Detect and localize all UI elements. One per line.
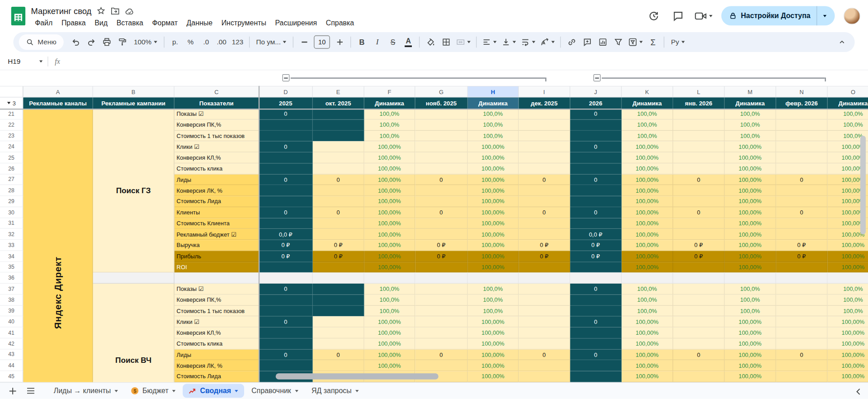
add-sheet-button[interactable] xyxy=(5,384,21,398)
cell-G26[interactable] xyxy=(415,163,467,174)
cell-E34[interactable]: 0 ₽ xyxy=(313,251,364,261)
cell-K41[interactable]: 100,00% xyxy=(622,328,673,338)
cell-G25[interactable] xyxy=(415,152,467,163)
meet-button[interactable] xyxy=(695,11,712,21)
cell-F35[interactable]: 100,00% xyxy=(364,262,415,273)
cell-E39[interactable] xyxy=(313,305,364,316)
cell-K21[interactable]: 100,0% xyxy=(622,109,673,119)
cell-E25[interactable] xyxy=(313,152,364,163)
cell-D34[interactable]: 0 ₽ xyxy=(259,251,313,261)
cell-J25[interactable] xyxy=(570,152,622,163)
cell-M29[interactable]: 100,00% xyxy=(725,196,776,207)
cell-L36[interactable] xyxy=(673,273,725,284)
cell-O33[interactable]: 100,00% xyxy=(828,240,868,251)
cell-L41[interactable] xyxy=(673,328,725,338)
undo-button[interactable] xyxy=(69,34,84,50)
sheet-tab-Справочник[interactable]: Справочник xyxy=(245,384,304,398)
cell-F36[interactable] xyxy=(364,273,415,284)
cell-E32[interactable] xyxy=(313,229,364,240)
decrease-decimals-button[interactable]: .0 xyxy=(198,34,213,50)
cell-C39[interactable]: Стоимость 1 тыс показов xyxy=(175,305,259,316)
cell-J30[interactable]: 0 xyxy=(570,207,622,218)
row-header-32[interactable]: 32 xyxy=(0,229,23,240)
filter-views-button[interactable] xyxy=(626,34,645,50)
zoom-select[interactable]: 100% xyxy=(131,34,160,50)
cell-G38[interactable] xyxy=(415,294,467,305)
cell-D35[interactable] xyxy=(259,262,313,273)
sheet-tab-ЯД запросы[interactable]: ЯД запросы xyxy=(306,384,365,398)
cell-N44[interactable] xyxy=(776,360,828,371)
cell-F23[interactable]: 100,0% xyxy=(364,130,415,141)
cell-K31[interactable]: 100,00% xyxy=(622,218,673,229)
cell-L39[interactable] xyxy=(673,305,725,316)
vertical-align-button[interactable] xyxy=(500,34,519,50)
decrease-font-size-button[interactable] xyxy=(297,34,312,50)
cell-J36[interactable] xyxy=(570,273,622,284)
cell-O41[interactable]: 100,00% xyxy=(828,328,868,338)
cell-E27[interactable]: 0 xyxy=(313,174,364,185)
text-rotation-button[interactable] xyxy=(538,34,557,50)
insert-link-button[interactable] xyxy=(564,34,579,50)
cell-M44[interactable]: 100,00% xyxy=(725,360,776,371)
cell-K38[interactable]: 100,0% xyxy=(622,294,673,305)
header-cell-D3[interactable]: 2025 xyxy=(259,98,313,109)
cell-O38[interactable]: 100,0% xyxy=(828,294,868,305)
cell-J31[interactable] xyxy=(570,218,622,229)
cell-N33[interactable]: 0 ₽ xyxy=(776,240,828,251)
cell-L33[interactable]: 0 ₽ xyxy=(673,240,725,251)
column-header-B[interactable]: B xyxy=(93,86,175,97)
cell-L32[interactable] xyxy=(673,229,725,240)
row-header-36[interactable]: 36 xyxy=(0,273,23,284)
cell-D42[interactable] xyxy=(259,338,313,349)
row-header-30[interactable]: 30 xyxy=(0,207,23,218)
meet-caret-icon[interactable] xyxy=(709,14,712,17)
cell-L30[interactable]: 0 xyxy=(673,207,725,218)
header-cell-B3[interactable]: Рекламные кампании xyxy=(93,98,175,109)
cell-K39[interactable]: 100,0% xyxy=(622,305,673,316)
row-header-27[interactable]: 27 xyxy=(0,174,23,185)
cell-M31[interactable]: 100,00% xyxy=(725,218,776,229)
cell-G24[interactable] xyxy=(415,142,467,152)
cell-F39[interactable]: 100,0% xyxy=(364,305,415,316)
merge-cells-button[interactable] xyxy=(454,34,473,50)
row-group-collapse-icon[interactable] xyxy=(7,102,10,104)
header-cell-N3[interactable]: февр. 2026 xyxy=(776,98,828,109)
cell-C24[interactable]: Клики ☑ xyxy=(175,142,259,152)
name-box[interactable]: H19 xyxy=(0,57,47,65)
italic-button[interactable]: I xyxy=(370,34,385,50)
share-button[interactable]: Настройки Доступа xyxy=(722,6,835,25)
cell-L28[interactable] xyxy=(673,185,725,196)
cell-M21[interactable]: 100,0% xyxy=(725,109,776,119)
cell-E42[interactable] xyxy=(313,338,364,349)
cell-N22[interactable] xyxy=(776,119,828,130)
cell-G23[interactable] xyxy=(415,130,467,141)
cell-F40[interactable]: 100,00% xyxy=(364,316,415,327)
cell-D28[interactable] xyxy=(259,185,313,196)
cell-O22[interactable]: 100,0% xyxy=(828,119,868,130)
cell-J43[interactable]: 0 xyxy=(570,349,622,360)
cell-H37[interactable]: 100,0% xyxy=(468,284,519,294)
cell-D33[interactable]: 0 ₽ xyxy=(259,240,313,251)
cell-D43[interactable]: 0 xyxy=(259,349,313,360)
cell-M38[interactable]: 100,0% xyxy=(725,294,776,305)
cell-N41[interactable] xyxy=(776,328,828,338)
cell-K33[interactable]: 100,00% xyxy=(622,240,673,251)
cell-K42[interactable]: 100,00% xyxy=(622,338,673,349)
cell-M36[interactable] xyxy=(725,273,776,284)
cell-N32[interactable] xyxy=(776,229,828,240)
cell-D31[interactable] xyxy=(259,218,313,229)
cell-F28[interactable]: 100,00% xyxy=(364,185,415,196)
cell-I35[interactable] xyxy=(519,262,570,273)
cell-L21[interactable] xyxy=(673,109,725,119)
cell-I27[interactable]: 0 xyxy=(519,174,570,185)
cell-N38[interactable] xyxy=(776,294,828,305)
cell-F43[interactable]: 100,00% xyxy=(364,349,415,360)
row-header-43[interactable]: 43 xyxy=(0,349,23,360)
cell-I21[interactable] xyxy=(519,109,570,119)
sheet-tab-Лиды → клиенты[interactable]: Лиды → клиенты xyxy=(47,384,124,398)
cell-E41[interactable] xyxy=(313,328,364,338)
cell-E40[interactable] xyxy=(313,316,364,327)
cell-N29[interactable] xyxy=(776,196,828,207)
paint-format-button[interactable] xyxy=(115,34,130,50)
cell-I45[interactable] xyxy=(519,371,570,382)
